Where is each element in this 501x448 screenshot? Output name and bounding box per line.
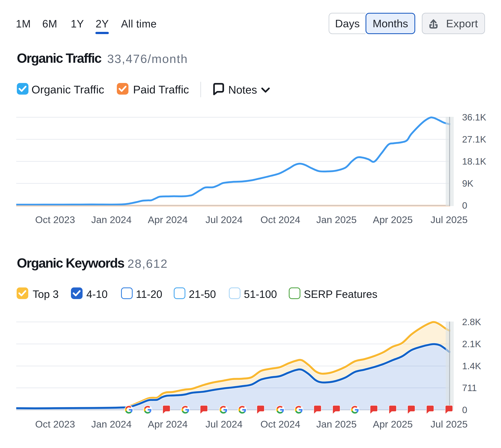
svg-text:Oct 2024: Oct 2024 <box>261 419 300 430</box>
svg-text:Jan 2025: Jan 2025 <box>316 214 357 225</box>
svg-text:Apr 2025: Apr 2025 <box>373 419 413 430</box>
svg-text:Oct 2023: Oct 2023 <box>35 214 75 225</box>
svg-text:Jan 2025: Jan 2025 <box>316 419 357 430</box>
svg-text:Oct 2023: Oct 2023 <box>35 419 75 430</box>
svg-text:2.8K: 2.8K <box>462 317 481 327</box>
svg-text:Jul 2025: Jul 2025 <box>430 214 468 225</box>
svg-text:1.4K: 1.4K <box>462 361 481 371</box>
svg-text:Jul 2025: Jul 2025 <box>430 419 468 430</box>
svg-text:Apr 2024: Apr 2024 <box>148 214 188 225</box>
svg-text:18.1K: 18.1K <box>462 156 486 167</box>
svg-text:Jul 2024: Jul 2024 <box>205 419 242 430</box>
svg-text:Apr 2025: Apr 2025 <box>373 214 413 225</box>
svg-text:Oct 2024: Oct 2024 <box>261 214 300 225</box>
svg-text:2.1K: 2.1K <box>462 339 481 349</box>
svg-text:27.1K: 27.1K <box>462 134 486 144</box>
svg-text:36.1K: 36.1K <box>462 112 486 123</box>
svg-text:Apr 2024: Apr 2024 <box>148 419 188 430</box>
svg-text:0: 0 <box>462 200 467 211</box>
svg-text:9K: 9K <box>462 178 473 189</box>
svg-text:Jul 2024: Jul 2024 <box>205 214 242 225</box>
svg-text:0: 0 <box>462 405 467 415</box>
svg-text:Jan 2024: Jan 2024 <box>91 419 132 430</box>
svg-text:711: 711 <box>462 383 477 393</box>
svg-text:Jan 2024: Jan 2024 <box>91 214 132 225</box>
